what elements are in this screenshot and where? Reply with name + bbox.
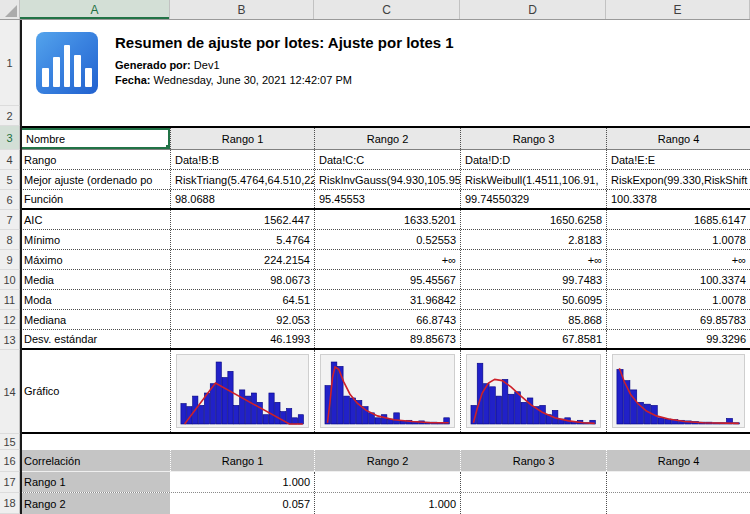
data-cell[interactable]: 31.96842 bbox=[314, 290, 460, 309]
row-label-cell[interactable]: Rango bbox=[20, 150, 170, 169]
data-cell[interactable]: RiskInvGauss(94.930,105.95 bbox=[314, 170, 460, 189]
row-header-4[interactable]: 4 bbox=[0, 150, 20, 170]
row-label-cell[interactable]: Rango 1 bbox=[20, 472, 170, 492]
data-cell[interactable]: +∞ bbox=[606, 250, 750, 269]
data-cell[interactable]: 66.8743 bbox=[314, 310, 460, 329]
data-cell[interactable]: Data!D:D bbox=[460, 150, 606, 169]
data-cell[interactable]: 1.0078 bbox=[606, 230, 750, 249]
data-cell[interactable]: 50.6095 bbox=[460, 290, 606, 309]
select-all-button[interactable] bbox=[0, 0, 20, 19]
fit-col-header-rango-4[interactable]: Rango 4 bbox=[606, 128, 750, 149]
histogram-rango-2[interactable] bbox=[320, 354, 455, 428]
column-header-e[interactable]: E bbox=[606, 0, 750, 19]
row-header-10[interactable]: 10 bbox=[0, 270, 20, 290]
data-cell[interactable]: RiskTriang(5.4764,64.510,22 bbox=[170, 170, 314, 189]
row-header-5[interactable]: 5 bbox=[0, 170, 20, 190]
data-cell[interactable]: 95.45553 bbox=[314, 190, 460, 208]
row-header-13[interactable]: 13 bbox=[0, 330, 20, 350]
histogram-rango-3[interactable] bbox=[466, 354, 601, 428]
data-cell[interactable]: 98.0688 bbox=[170, 190, 314, 208]
data-cell[interactable]: 85.868 bbox=[460, 310, 606, 329]
row-header-9[interactable]: 9 bbox=[0, 250, 20, 270]
column-header-b[interactable]: B bbox=[170, 0, 314, 19]
data-cell[interactable]: 1650.6258 bbox=[460, 210, 606, 229]
data-cell[interactable]: 99.3296 bbox=[606, 330, 750, 348]
data-cell[interactable]: 67.8581 bbox=[460, 330, 606, 348]
empty-row[interactable] bbox=[20, 434, 750, 450]
row-header-8[interactable]: 8 bbox=[0, 230, 20, 250]
data-cell[interactable]: RiskWeibull(1.4511,106.91, bbox=[460, 170, 606, 189]
row-label-cell[interactable]: Rango 2 bbox=[20, 493, 170, 514]
row-label-cell[interactable]: Mínimo bbox=[20, 230, 170, 249]
row-header-18[interactable]: 18 bbox=[0, 493, 20, 514]
row-label-cell[interactable]: Moda bbox=[20, 290, 170, 309]
column-header-a[interactable]: A bbox=[20, 0, 170, 19]
row-label-cell[interactable]: Gráfico bbox=[20, 350, 170, 432]
data-cell[interactable]: 1.0078 bbox=[606, 290, 750, 309]
fit-col-header-rango-2[interactable]: Rango 2 bbox=[314, 128, 460, 149]
empty-row[interactable] bbox=[20, 106, 750, 126]
data-cell[interactable] bbox=[606, 472, 750, 492]
data-cell[interactable]: 1562.447 bbox=[170, 210, 314, 229]
fit-col-header-rango-3[interactable]: Rango 3 bbox=[460, 128, 606, 149]
histogram-rango-4[interactable] bbox=[612, 354, 745, 428]
data-cell[interactable]: 69.85783 bbox=[606, 310, 750, 329]
row-label-cell[interactable]: Desv. estándar bbox=[20, 330, 170, 348]
data-cell[interactable]: Data!C:C bbox=[314, 150, 460, 169]
column-header-d[interactable]: D bbox=[460, 0, 606, 19]
data-cell[interactable] bbox=[606, 493, 750, 514]
data-cell[interactable]: 100.3378 bbox=[606, 190, 750, 208]
correlation-title-cell[interactable]: Correlación bbox=[20, 450, 170, 471]
row-header-17[interactable]: 17 bbox=[0, 472, 20, 493]
data-cell[interactable]: Data!B:B bbox=[170, 150, 314, 169]
row-label-cell[interactable]: Media bbox=[20, 270, 170, 289]
row-label-cell[interactable]: Mejor ajuste (ordenado po bbox=[20, 170, 170, 189]
data-cell[interactable]: 0.52553 bbox=[314, 230, 460, 249]
selected-cell-nombre[interactable]: Nombre bbox=[20, 128, 170, 149]
data-cell[interactable]: 1.000 bbox=[170, 472, 314, 492]
data-cell[interactable]: 1.000 bbox=[314, 493, 460, 514]
data-cell[interactable]: 5.4764 bbox=[170, 230, 314, 249]
data-cell[interactable]: +∞ bbox=[314, 250, 460, 269]
row-header-16[interactable]: 16 bbox=[0, 450, 20, 472]
row-label-cell[interactable]: Mediana bbox=[20, 310, 170, 329]
data-cell[interactable]: 224.2154 bbox=[170, 250, 314, 269]
data-cell[interactable]: 0.057 bbox=[170, 493, 314, 514]
row-header-7[interactable]: 7 bbox=[0, 210, 20, 230]
row-header-15[interactable]: 15 bbox=[0, 434, 20, 450]
corr-col-header-rango-3[interactable]: Rango 3 bbox=[460, 450, 606, 471]
row-header-12[interactable]: 12 bbox=[0, 310, 20, 330]
data-cell[interactable]: 99.74550329 bbox=[460, 190, 606, 208]
data-cell[interactable]: 100.3374 bbox=[606, 270, 750, 289]
row-header-2[interactable]: 2 bbox=[0, 106, 20, 126]
row-label-cell[interactable]: Máximo bbox=[20, 250, 170, 269]
data-cell[interactable]: Data!E:E bbox=[606, 150, 750, 169]
data-cell[interactable]: 92.053 bbox=[170, 310, 314, 329]
data-cell[interactable]: 95.45567 bbox=[314, 270, 460, 289]
data-cell[interactable]: 1685.6147 bbox=[606, 210, 750, 229]
row-header-1[interactable]: 1 bbox=[0, 20, 20, 106]
data-cell[interactable]: 64.51 bbox=[170, 290, 314, 309]
corr-col-header-rango-4[interactable]: Rango 4 bbox=[606, 450, 750, 471]
histogram-rango-1[interactable] bbox=[176, 354, 309, 428]
data-cell[interactable]: RiskExpon(99.330,RiskShift bbox=[606, 170, 750, 189]
row-label-cell[interactable]: AIC bbox=[20, 210, 170, 229]
data-cell[interactable]: 2.8183 bbox=[460, 230, 606, 249]
corr-col-header-rango-1[interactable]: Rango 1 bbox=[170, 450, 314, 471]
fit-col-header-rango-1[interactable]: Rango 1 bbox=[170, 128, 314, 149]
row-header-11[interactable]: 11 bbox=[0, 290, 20, 310]
data-cell[interactable]: 99.7483 bbox=[460, 270, 606, 289]
data-cell[interactable] bbox=[460, 493, 606, 514]
row-header-6[interactable]: 6 bbox=[0, 190, 20, 210]
corr-col-header-rango-2[interactable]: Rango 2 bbox=[314, 450, 460, 471]
column-header-c[interactable]: C bbox=[314, 0, 460, 19]
selection-handle[interactable] bbox=[165, 144, 170, 149]
data-cell[interactable]: 98.0673 bbox=[170, 270, 314, 289]
row-label-cell[interactable]: Función bbox=[20, 190, 170, 208]
data-cell[interactable]: 46.1993 bbox=[170, 330, 314, 348]
data-cell[interactable]: +∞ bbox=[460, 250, 606, 269]
row-header-3[interactable]: 3 bbox=[0, 126, 20, 150]
data-cell[interactable] bbox=[460, 472, 606, 492]
data-cell[interactable]: 1633.5201 bbox=[314, 210, 460, 229]
row-header-14[interactable]: 14 bbox=[0, 350, 20, 434]
